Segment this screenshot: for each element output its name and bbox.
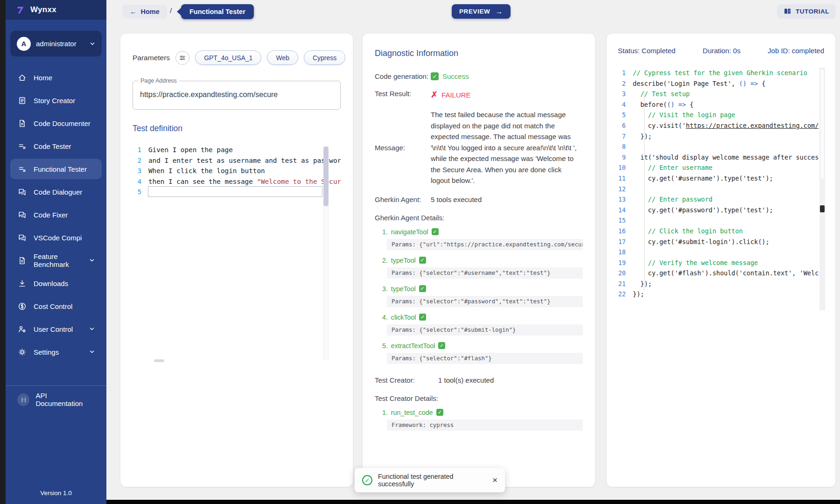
page-address-field: Page Address bbox=[133, 81, 341, 110]
gherkin-code-editor[interactable]: 1Given I open the page2and I enter test … bbox=[133, 145, 341, 364]
sidebar-item-label: Functional Tester bbox=[34, 165, 87, 173]
code-scrollbar-thumb[interactable] bbox=[820, 69, 825, 180]
success-check-icon: ✓ bbox=[431, 72, 439, 80]
code-line: 12 bbox=[617, 184, 819, 195]
page-address-input[interactable] bbox=[140, 91, 330, 99]
preview-button[interactable]: PREVIEW → bbox=[452, 4, 511, 19]
test-definition-title: Test definition bbox=[133, 124, 341, 133]
gherkin-hscrollbar-thumb[interactable] bbox=[154, 359, 164, 362]
diagnostic-title: Diagnostic Information bbox=[375, 49, 583, 58]
parameters-row: Parameters GPT_4o_USA_1 Web Cypress bbox=[133, 50, 341, 65]
code-line: 8 bbox=[617, 141, 819, 152]
sidebar-item-downloads[interactable]: Downloads bbox=[10, 273, 102, 294]
success-check-icon: ✓ bbox=[419, 285, 426, 292]
job-id-value: Job ID: completed bbox=[768, 47, 824, 55]
sidebar-item-feature-benchmark[interactable]: Feature Benchmark bbox=[10, 250, 102, 271]
model-chip[interactable]: GPT_4o_USA_1 bbox=[195, 50, 261, 65]
code-line: 4 before(() => { bbox=[617, 99, 819, 110]
sidebar-item-label: VSCode Compi bbox=[34, 234, 82, 242]
framework-chip[interactable]: Cypress bbox=[304, 50, 345, 65]
tutorial-button[interactable]: TUTORIAL bbox=[777, 4, 836, 19]
code-line: 1Given I open the page bbox=[133, 145, 341, 155]
platform-chip[interactable]: Web bbox=[267, 50, 298, 65]
sidebar-nav: Home Story Creator Code Documenter Code … bbox=[6, 67, 106, 364]
tool-params: Params: {"selector":"#username","text":"… bbox=[387, 267, 583, 279]
sidebar-item-api-documentation[interactable]: {··} API Documentation bbox=[10, 390, 102, 409]
sidebar-item-code-fixer[interactable]: Code Fixer bbox=[10, 204, 102, 225]
test-creator-value: 1 tool(s) executed bbox=[438, 376, 494, 384]
document-icon bbox=[17, 119, 27, 128]
sidebar-item-code-documenter[interactable]: Code Documenter bbox=[10, 113, 102, 133]
sidebar-item-home[interactable]: Home bbox=[10, 67, 102, 88]
code-line: 19 // Verify the welcome message bbox=[617, 258, 819, 268]
back-arrow-icon: ← bbox=[130, 8, 137, 15]
user-gear-icon bbox=[17, 324, 27, 334]
tool-params: Params: {"url":"https://practice.expandt… bbox=[387, 239, 583, 250]
toast-close-button[interactable]: × bbox=[492, 475, 497, 485]
code-line: 22}); bbox=[617, 289, 819, 300]
tool-name: clickTool bbox=[391, 314, 416, 321]
tool-params: Params: {"selector":"#flash"} bbox=[387, 353, 583, 364]
chevron-down-icon bbox=[90, 41, 95, 47]
code-line: 20 cy.get('#flash').should('contain.text… bbox=[617, 268, 819, 279]
status-value: Status: Completed bbox=[618, 47, 675, 55]
sidebar-item-label: Code Dialoguer bbox=[34, 188, 82, 196]
tool-name: typeTool bbox=[391, 257, 416, 264]
code-line: 1// Cypress test for the given Gherkin s… bbox=[617, 68, 819, 78]
sidebar-item-settings[interactable]: Settings bbox=[10, 342, 102, 362]
sidebar-item-user-control[interactable]: User Control bbox=[10, 319, 102, 339]
dollar-icon bbox=[17, 301, 27, 311]
code-line: 3 // Test setup bbox=[617, 89, 819, 99]
test-result-label: Test Result: bbox=[375, 90, 431, 100]
gherkin-scrollbar-thumb[interactable] bbox=[323, 147, 329, 206]
tool-item: 5.extractTextTool✓ Params: {"selector":"… bbox=[382, 342, 583, 364]
breadcrumb-page-label: Functional Tester bbox=[189, 8, 245, 15]
success-check-icon: ✓ bbox=[419, 314, 426, 321]
tool-params: Params: {"selector":"#submit-login"} bbox=[387, 324, 583, 336]
breadcrumb-separator: / bbox=[170, 7, 172, 14]
failure-x-icon: ✗ bbox=[431, 90, 438, 100]
breadcrumb-current-page[interactable]: Functional Tester bbox=[181, 4, 254, 19]
gherkin-agent-row: Gherkin Agent: 5 tools executed bbox=[375, 196, 583, 203]
code-line: 5 bbox=[133, 187, 341, 197]
tool-item: 4.clickTool✓ Params: {"selector":"#submi… bbox=[382, 314, 583, 336]
indent-guide bbox=[644, 90, 644, 291]
breadcrumb-home-button[interactable]: ← Home bbox=[122, 5, 167, 19]
user-menu[interactable]: A administrator bbox=[10, 31, 102, 56]
code-line: 15 bbox=[617, 215, 819, 226]
sidebar-divider bbox=[6, 385, 106, 386]
result-panel: Status: Completed Duration: 0s Job ID: c… bbox=[607, 34, 835, 487]
sidebar-item-label: API Documentation bbox=[35, 392, 95, 407]
code-line: 10 // Enter username bbox=[617, 162, 819, 173]
page-address-label: Page Address bbox=[138, 77, 179, 84]
success-toast: ✓ Functional test generated successfully… bbox=[355, 468, 505, 492]
sidebar-item-vscode-compi[interactable]: VSCode Compi bbox=[10, 227, 102, 248]
parameters-panel: Parameters GPT_4o_USA_1 Web Cypress Page… bbox=[120, 34, 353, 487]
tool-item: 1.run_test_code✓ Framework: cypress bbox=[382, 409, 583, 431]
code-generation-row: Code generation: ✓ Success bbox=[375, 72, 583, 80]
cypress-code-viewer[interactable]: 1// Cypress test for the given Gherkin s… bbox=[617, 68, 825, 478]
diagnostic-panel: Diagnostic Information Code generation: … bbox=[363, 34, 595, 487]
message-label: Message: bbox=[375, 144, 431, 152]
sidebar-item-code-dialoguer[interactable]: Code Dialoguer bbox=[10, 182, 102, 202]
tool-name: run_test_code bbox=[391, 409, 433, 416]
sidebar-item-code-tester[interactable]: Code Tester bbox=[10, 136, 102, 156]
sidebar-item-story-creator[interactable]: Story Creator bbox=[10, 90, 102, 111]
code-line: 21 }); bbox=[617, 279, 819, 289]
test-creator-details-title: Test Creator Details: bbox=[375, 394, 583, 402]
duration-value: Duration: 0s bbox=[703, 47, 741, 55]
toast-check-icon: ✓ bbox=[362, 475, 372, 485]
tool-name: extractTextTool bbox=[391, 342, 435, 350]
sidebar-item-functional-tester[interactable]: Functional Tester bbox=[10, 159, 102, 179]
success-check-icon: ✓ bbox=[432, 228, 439, 235]
gherkin-details-title: Gherkin Agent Details: bbox=[375, 214, 583, 222]
sidebar-item-label: Code Tester bbox=[34, 142, 71, 150]
cypress-lines: 1// Cypress test for the given Gherkin s… bbox=[617, 68, 819, 300]
test-result-value: ✗ FAILURE bbox=[431, 90, 471, 100]
code-scrollbar-dark-thumb[interactable] bbox=[820, 205, 825, 212]
code-line: 4then I can see the message "Welcome to … bbox=[133, 176, 341, 187]
code-line: 7 }); bbox=[617, 131, 819, 142]
chevron-down-icon bbox=[89, 258, 95, 263]
tune-settings-button[interactable] bbox=[175, 51, 189, 65]
sidebar-item-cost-control[interactable]: Cost Control bbox=[10, 296, 102, 316]
